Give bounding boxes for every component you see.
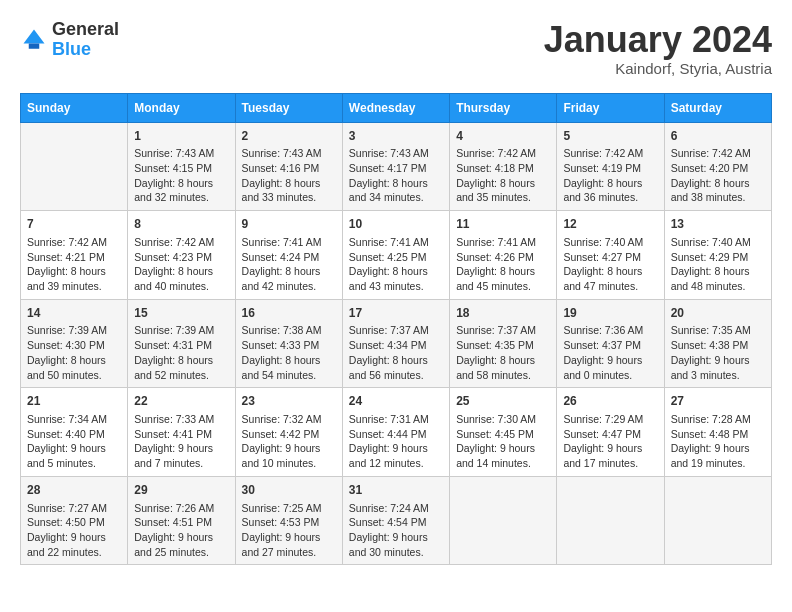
day-number: 26 <box>563 393 657 410</box>
calendar-week-1: 7Sunrise: 7:42 AMSunset: 4:21 PMDaylight… <box>21 211 772 300</box>
calendar-cell: 16Sunrise: 7:38 AMSunset: 4:33 PMDayligh… <box>235 299 342 388</box>
header-tuesday: Tuesday <box>235 93 342 122</box>
calendar-cell: 7Sunrise: 7:42 AMSunset: 4:21 PMDaylight… <box>21 211 128 300</box>
day-info: Sunrise: 7:41 AMSunset: 4:25 PMDaylight:… <box>349 235 443 294</box>
logo-icon <box>20 26 48 54</box>
header-wednesday: Wednesday <box>342 93 449 122</box>
day-number: 30 <box>242 482 336 499</box>
day-number: 28 <box>27 482 121 499</box>
day-number: 5 <box>563 128 657 145</box>
day-number: 4 <box>456 128 550 145</box>
day-number: 20 <box>671 305 765 322</box>
calendar-week-3: 21Sunrise: 7:34 AMSunset: 4:40 PMDayligh… <box>21 388 772 477</box>
calendar-cell: 31Sunrise: 7:24 AMSunset: 4:54 PMDayligh… <box>342 476 449 565</box>
day-number: 16 <box>242 305 336 322</box>
day-info: Sunrise: 7:24 AMSunset: 4:54 PMDaylight:… <box>349 501 443 560</box>
calendar-cell: 8Sunrise: 7:42 AMSunset: 4:23 PMDaylight… <box>128 211 235 300</box>
day-info: Sunrise: 7:43 AMSunset: 4:15 PMDaylight:… <box>134 146 228 205</box>
day-info: Sunrise: 7:43 AMSunset: 4:17 PMDaylight:… <box>349 146 443 205</box>
day-info: Sunrise: 7:29 AMSunset: 4:47 PMDaylight:… <box>563 412 657 471</box>
calendar-cell: 28Sunrise: 7:27 AMSunset: 4:50 PMDayligh… <box>21 476 128 565</box>
calendar-title: January 2024 <box>544 20 772 60</box>
calendar-week-2: 14Sunrise: 7:39 AMSunset: 4:30 PMDayligh… <box>21 299 772 388</box>
day-number: 24 <box>349 393 443 410</box>
day-number: 13 <box>671 216 765 233</box>
day-number: 8 <box>134 216 228 233</box>
day-info: Sunrise: 7:32 AMSunset: 4:42 PMDaylight:… <box>242 412 336 471</box>
calendar-cell: 15Sunrise: 7:39 AMSunset: 4:31 PMDayligh… <box>128 299 235 388</box>
calendar-cell: 10Sunrise: 7:41 AMSunset: 4:25 PMDayligh… <box>342 211 449 300</box>
day-number: 3 <box>349 128 443 145</box>
day-info: Sunrise: 7:25 AMSunset: 4:53 PMDaylight:… <box>242 501 336 560</box>
calendar-cell: 11Sunrise: 7:41 AMSunset: 4:26 PMDayligh… <box>450 211 557 300</box>
calendar-week-0: 1Sunrise: 7:43 AMSunset: 4:15 PMDaylight… <box>21 122 772 211</box>
calendar-cell: 1Sunrise: 7:43 AMSunset: 4:15 PMDaylight… <box>128 122 235 211</box>
day-number: 10 <box>349 216 443 233</box>
day-info: Sunrise: 7:43 AMSunset: 4:16 PMDaylight:… <box>242 146 336 205</box>
day-number: 6 <box>671 128 765 145</box>
svg-marker-0 <box>24 29 45 43</box>
calendar-cell: 26Sunrise: 7:29 AMSunset: 4:47 PMDayligh… <box>557 388 664 477</box>
day-number: 23 <box>242 393 336 410</box>
day-info: Sunrise: 7:36 AMSunset: 4:37 PMDaylight:… <box>563 323 657 382</box>
calendar-header: Sunday Monday Tuesday Wednesday Thursday… <box>21 93 772 122</box>
day-info: Sunrise: 7:31 AMSunset: 4:44 PMDaylight:… <box>349 412 443 471</box>
header-thursday: Thursday <box>450 93 557 122</box>
day-info: Sunrise: 7:38 AMSunset: 4:33 PMDaylight:… <box>242 323 336 382</box>
calendar-cell: 23Sunrise: 7:32 AMSunset: 4:42 PMDayligh… <box>235 388 342 477</box>
calendar-cell <box>664 476 771 565</box>
header-friday: Friday <box>557 93 664 122</box>
day-number: 9 <box>242 216 336 233</box>
day-number: 2 <box>242 128 336 145</box>
day-number: 18 <box>456 305 550 322</box>
day-info: Sunrise: 7:41 AMSunset: 4:24 PMDaylight:… <box>242 235 336 294</box>
day-info: Sunrise: 7:42 AMSunset: 4:21 PMDaylight:… <box>27 235 121 294</box>
header-monday: Monday <box>128 93 235 122</box>
day-info: Sunrise: 7:40 AMSunset: 4:27 PMDaylight:… <box>563 235 657 294</box>
calendar-cell: 24Sunrise: 7:31 AMSunset: 4:44 PMDayligh… <box>342 388 449 477</box>
day-number: 14 <box>27 305 121 322</box>
day-number: 15 <box>134 305 228 322</box>
calendar-cell: 17Sunrise: 7:37 AMSunset: 4:34 PMDayligh… <box>342 299 449 388</box>
header-saturday: Saturday <box>664 93 771 122</box>
day-info: Sunrise: 7:37 AMSunset: 4:35 PMDaylight:… <box>456 323 550 382</box>
day-info: Sunrise: 7:40 AMSunset: 4:29 PMDaylight:… <box>671 235 765 294</box>
day-number: 21 <box>27 393 121 410</box>
day-info: Sunrise: 7:26 AMSunset: 4:51 PMDaylight:… <box>134 501 228 560</box>
day-info: Sunrise: 7:37 AMSunset: 4:34 PMDaylight:… <box>349 323 443 382</box>
day-info: Sunrise: 7:35 AMSunset: 4:38 PMDaylight:… <box>671 323 765 382</box>
calendar-cell: 20Sunrise: 7:35 AMSunset: 4:38 PMDayligh… <box>664 299 771 388</box>
header-row: Sunday Monday Tuesday Wednesday Thursday… <box>21 93 772 122</box>
calendar-cell: 2Sunrise: 7:43 AMSunset: 4:16 PMDaylight… <box>235 122 342 211</box>
day-info: Sunrise: 7:42 AMSunset: 4:19 PMDaylight:… <box>563 146 657 205</box>
day-info: Sunrise: 7:39 AMSunset: 4:31 PMDaylight:… <box>134 323 228 382</box>
calendar-cell: 5Sunrise: 7:42 AMSunset: 4:19 PMDaylight… <box>557 122 664 211</box>
header-sunday: Sunday <box>21 93 128 122</box>
logo: General Blue <box>20 20 119 60</box>
calendar-cell: 18Sunrise: 7:37 AMSunset: 4:35 PMDayligh… <box>450 299 557 388</box>
day-number: 25 <box>456 393 550 410</box>
day-number: 27 <box>671 393 765 410</box>
calendar-cell: 3Sunrise: 7:43 AMSunset: 4:17 PMDaylight… <box>342 122 449 211</box>
calendar-cell: 30Sunrise: 7:25 AMSunset: 4:53 PMDayligh… <box>235 476 342 565</box>
calendar-cell: 13Sunrise: 7:40 AMSunset: 4:29 PMDayligh… <box>664 211 771 300</box>
day-info: Sunrise: 7:27 AMSunset: 4:50 PMDaylight:… <box>27 501 121 560</box>
logo-line2: Blue <box>52 40 119 60</box>
day-info: Sunrise: 7:28 AMSunset: 4:48 PMDaylight:… <box>671 412 765 471</box>
day-number: 7 <box>27 216 121 233</box>
calendar-table: Sunday Monday Tuesday Wednesday Thursday… <box>20 93 772 566</box>
logo-text: General Blue <box>52 20 119 60</box>
day-info: Sunrise: 7:30 AMSunset: 4:45 PMDaylight:… <box>456 412 550 471</box>
day-info: Sunrise: 7:33 AMSunset: 4:41 PMDaylight:… <box>134 412 228 471</box>
day-info: Sunrise: 7:42 AMSunset: 4:20 PMDaylight:… <box>671 146 765 205</box>
calendar-cell: 27Sunrise: 7:28 AMSunset: 4:48 PMDayligh… <box>664 388 771 477</box>
day-number: 22 <box>134 393 228 410</box>
page-header: General Blue January 2024 Kaindorf, Styr… <box>20 20 772 77</box>
day-info: Sunrise: 7:39 AMSunset: 4:30 PMDaylight:… <box>27 323 121 382</box>
calendar-cell: 21Sunrise: 7:34 AMSunset: 4:40 PMDayligh… <box>21 388 128 477</box>
calendar-body: 1Sunrise: 7:43 AMSunset: 4:15 PMDaylight… <box>21 122 772 565</box>
calendar-week-4: 28Sunrise: 7:27 AMSunset: 4:50 PMDayligh… <box>21 476 772 565</box>
calendar-subtitle: Kaindorf, Styria, Austria <box>544 60 772 77</box>
day-number: 1 <box>134 128 228 145</box>
calendar-cell: 29Sunrise: 7:26 AMSunset: 4:51 PMDayligh… <box>128 476 235 565</box>
